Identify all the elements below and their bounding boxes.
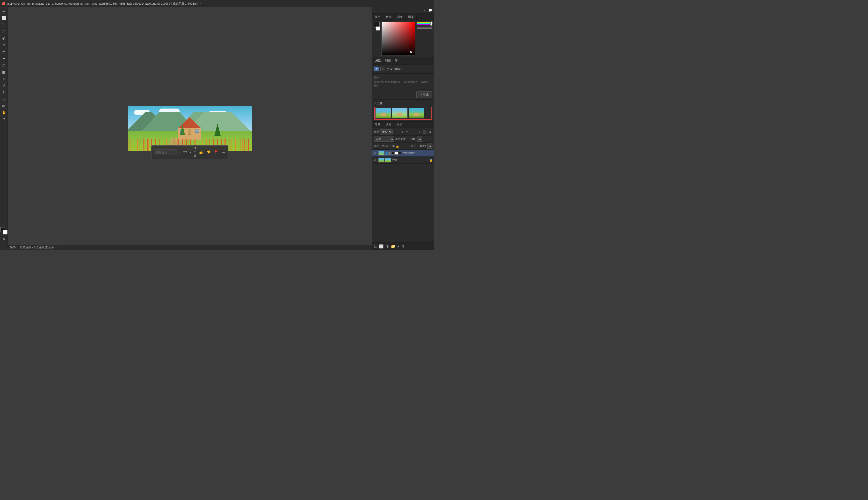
gen-layer-mini-1: ⊞ [388, 151, 391, 155]
generation-toolbar: ‹ 2/3 › ↺ 生成 👍 👎 🚩 ··· [151, 145, 228, 159]
folder-button[interactable]: 📁 [390, 244, 396, 249]
color-tab[interactable]: 颜色 [372, 14, 383, 20]
generate-button-toolbar[interactable]: ↺ 生成 [194, 147, 196, 158]
flag-button[interactable]: 🚩 [213, 150, 220, 155]
vthumb-house-2 [397, 113, 402, 116]
layer-filter-icon4[interactable]: ⊡ [416, 129, 421, 134]
lock-all[interactable]: 🔒 [396, 145, 399, 148]
dodge-tool[interactable]: ○ [1, 76, 7, 82]
delete-layer-button[interactable]: 🗑 [401, 244, 406, 249]
quick-mask-tool[interactable]: ⊛ [1, 236, 7, 242]
spot-heal-tool[interactable]: ⊕ [1, 42, 7, 48]
gen-layer-mini-2 [392, 151, 395, 155]
opacity-dropdown[interactable]: ▼ [417, 137, 423, 142]
gradient-tab[interactable]: 渐变 [394, 14, 406, 20]
panel-chat-icon[interactable]: 💬 [428, 8, 432, 13]
next-variation-button[interactable]: › [189, 150, 192, 155]
brush-tool[interactable]: ✒ [1, 49, 7, 55]
fill-value: 100% [419, 145, 426, 148]
screen-mode-tool[interactable]: ⬚ [1, 243, 7, 249]
layer-thumb-group: ✦ ⊞ [378, 151, 401, 156]
fx-button[interactable]: fx [374, 244, 378, 249]
swatches-tab[interactable]: 色板 [383, 14, 394, 20]
hand-tool[interactable]: ✋ [1, 109, 7, 115]
clone-stamp-tool[interactable]: ✦ [1, 55, 7, 62]
layer-filter-icon1[interactable]: ⊞ [399, 129, 404, 134]
pen-tool[interactable]: ✐ [1, 82, 7, 89]
new-layer-button[interactable]: + [397, 244, 400, 249]
more-options-button[interactable]: ··· [221, 150, 226, 155]
fill-dropdown[interactable]: ▼ [427, 144, 432, 149]
background-color[interactable] [3, 230, 8, 235]
close-button[interactable] [2, 2, 5, 5]
dislike-button[interactable]: 👎 [206, 150, 212, 155]
shape-tool[interactable]: ▭ [1, 103, 7, 109]
properties-tabs: 属性 调整 库 [372, 57, 434, 65]
variation-thumb-3[interactable] [409, 108, 424, 118]
gen-thumb-preview [379, 152, 384, 155]
opacity-slider[interactable] [417, 26, 432, 29]
variation-thumb-2[interactable] [392, 108, 408, 118]
variation-thumb-1[interactable] [375, 108, 391, 118]
panel-collapse-icon[interactable]: ≡ [422, 8, 427, 13]
layers-tab[interactable]: 图层 [372, 122, 383, 128]
layer-visibility-bg[interactable]: 👁 [374, 158, 377, 162]
lock-transparent[interactable]: ⧉ [382, 145, 384, 148]
layer-filter-icon3[interactable]: T [411, 129, 415, 134]
layer-filter-toggle[interactable]: ● [428, 129, 432, 134]
layer-item-bg[interactable]: 👁 背景 🔒 [372, 157, 434, 164]
layers-filter: 类型 类型 [374, 129, 398, 135]
generate-button[interactable]: ↺ 生成 [416, 91, 432, 98]
vthumb-scene-1 [376, 108, 391, 118]
lock-artboard[interactable]: ⊞ [392, 145, 395, 148]
move-tool[interactable]: ✛ [1, 8, 7, 14]
eyedropper-tool[interactable]: ⊘ [1, 35, 7, 42]
background-swatch[interactable] [376, 26, 380, 31]
adjustments-button[interactable]: ◑ [385, 244, 389, 249]
add-mask-button[interactable]: ⬜ [379, 244, 384, 249]
crop-tool[interactable]: ⊡ [1, 29, 7, 35]
opacity-label: 不透明度： [395, 137, 408, 141]
adjustments-tab[interactable]: 调整 [383, 57, 393, 64]
properties-tab[interactable]: 属性 [373, 57, 383, 64]
layer-type-icon: ⬛ [380, 67, 385, 71]
zoom-tool[interactable]: ⊙ [1, 116, 7, 122]
layer-item-gen[interactable]: 👁 ✦ ⊞ 生成式图层 1 [372, 150, 434, 157]
layer-filter-icon5[interactable]: ⬛ [422, 129, 427, 134]
libraries-tab[interactable]: 库 [393, 57, 400, 64]
prompt-hint: 请描述您要生成的内容，或者随意留空（仅限英语）。 [374, 80, 432, 88]
fill-label: 填充： [411, 144, 418, 148]
channels-tab[interactable]: 通道 [383, 122, 394, 128]
lasso-tool[interactable]: ⌒ [1, 22, 7, 28]
canvas-image [128, 106, 252, 151]
lock-label: 锁定： [374, 144, 381, 148]
page-indicator: 2/3 [183, 151, 187, 154]
layer-visibility-gen[interactable]: 👁 [374, 151, 377, 155]
main-layout: ✛ ⬜ ⌒ ⊡ ⊘ ⊕ ✒ ✦ ◻ ▦ ○ ✐ T ◁ ▭ ✋ ⊙ ⊛ ⬚ [0, 7, 434, 250]
path-select-tool[interactable]: ◁ [1, 96, 7, 102]
lock-position[interactable]: ✛ [389, 145, 391, 148]
gen-layer-badge: ✦ [385, 151, 388, 155]
prompt-input[interactable] [153, 149, 177, 155]
pattern-tab[interactable]: 图案 [406, 14, 417, 20]
marquee-rect-tool[interactable]: ⬜ [1, 15, 7, 21]
bg-layer-thumb-group [378, 158, 391, 162]
filter-select[interactable]: 类型 [380, 129, 393, 135]
text-tool[interactable]: T [1, 89, 7, 95]
layer-thumb-gen [378, 151, 384, 156]
paths-tab[interactable]: 路径 [394, 122, 405, 128]
layer-filter-icon2[interactable]: ✏ [405, 129, 410, 134]
blend-row: 正常 不透明度： 100% ▼ [372, 136, 434, 143]
lock-image[interactable]: ✎ [385, 145, 388, 148]
like-button[interactable]: 👍 [198, 150, 204, 155]
prev-variation-button[interactable]: ‹ [178, 150, 182, 155]
hue-slider[interactable] [417, 22, 432, 25]
variations-collapse[interactable]: ∨ [374, 102, 376, 105]
gradient-tool[interactable]: ▦ [1, 69, 7, 75]
variations-section: ∨ 变化 [372, 100, 434, 122]
color-spectrum[interactable] [381, 22, 415, 56]
blend-mode-select[interactable]: 正常 [374, 137, 394, 142]
gen-layer-icon: ✦ [374, 67, 379, 71]
eraser-tool[interactable]: ◻ [1, 62, 7, 68]
status-arrow[interactable]: > [57, 246, 58, 249]
